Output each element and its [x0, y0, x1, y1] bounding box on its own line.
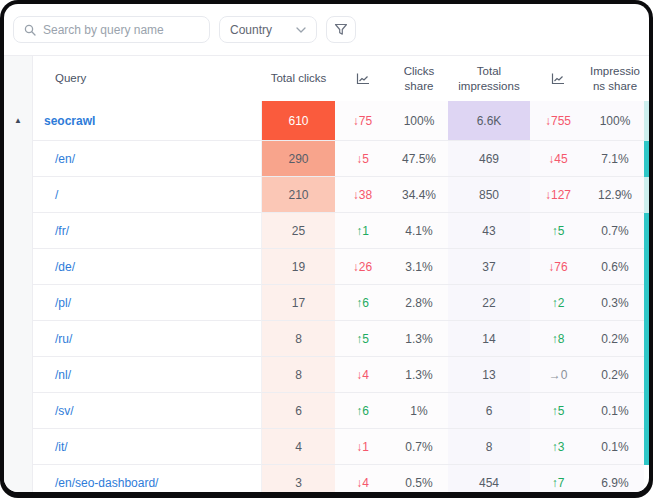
- filter-funnel-icon: [334, 23, 348, 36]
- clicks-share-cell: 4.1%: [390, 213, 448, 249]
- column-header-total-impressions[interactable]: Total impressions: [448, 56, 530, 101]
- impressions-share-cell: 0.3%: [586, 285, 644, 321]
- total-clicks-cell: 3: [262, 465, 335, 492]
- total-impressions-cell: 13: [448, 357, 530, 393]
- table-row[interactable]: / 210 ↓38 34.4% 850 ↓127 12.9%: [4, 177, 649, 213]
- app-card: Search by query name Country Query Total…: [4, 4, 649, 492]
- impressions-share-cell: 0.2%: [586, 321, 644, 357]
- expand-toggle[interactable]: [4, 249, 33, 285]
- table-header-row: Query Total clicks Clicks share Total im…: [4, 56, 649, 101]
- impressions-share-cell: 100%: [586, 101, 644, 141]
- table-row[interactable]: ▲ seocrawl 610 ↓75 100% 6.6K ↓755 100%: [4, 101, 649, 141]
- total-impressions-cell: 6.6K: [448, 101, 530, 141]
- column-header-clicks-trend[interactable]: [335, 56, 390, 101]
- table-row[interactable]: /it/ 4 ↓1 0.7% 8 ↑3 0.1%: [4, 429, 649, 465]
- table-row[interactable]: /en/seo-dashboard/ 3 ↓4 0.5% 454 ↑7 6.9%: [4, 465, 649, 492]
- search-input[interactable]: Search by query name: [13, 16, 210, 43]
- total-impressions-cell: 22: [448, 285, 530, 321]
- expand-toggle[interactable]: [4, 177, 33, 213]
- total-impressions-cell: 43: [448, 213, 530, 249]
- queries-table: Query Total clicks Clicks share Total im…: [4, 55, 649, 492]
- query-link[interactable]: /en/: [55, 152, 75, 166]
- collapse-caret-icon[interactable]: ▲: [14, 117, 22, 125]
- query-link[interactable]: /pl/: [55, 296, 71, 310]
- table-row[interactable]: /pl/ 17 ↑6 2.8% 22 ↑2 0.3%: [4, 285, 649, 321]
- clicks-share-cell: 1.3%: [390, 357, 448, 393]
- query-link[interactable]: seocrawl: [44, 114, 95, 128]
- total-clicks-cell: 290: [262, 141, 335, 177]
- expand-toggle[interactable]: [4, 393, 33, 429]
- header-expand-column: [4, 56, 33, 101]
- total-clicks-cell: 610: [262, 101, 335, 141]
- country-select[interactable]: Country: [219, 16, 317, 43]
- table-row[interactable]: /fr/ 25 ↑1 4.1% 43 ↑5 0.7%: [4, 213, 649, 249]
- column-header-impressions-trend[interactable]: [530, 56, 586, 101]
- impressions-trend-cell: ↓127: [530, 177, 586, 213]
- table-row[interactable]: /en/ 290 ↓5 47.5% 469 ↓45 7.1%: [4, 141, 649, 177]
- query-cell: /pl/: [33, 285, 262, 321]
- row-accent-bar: [644, 213, 649, 249]
- clicks-trend-cell: ↑5: [335, 321, 390, 357]
- expand-toggle[interactable]: [4, 285, 33, 321]
- impressions-trend-cell: ↑5: [530, 213, 586, 249]
- chevron-down-icon: [296, 27, 306, 33]
- table-body: ▲ seocrawl 610 ↓75 100% 6.6K ↓755 100% /…: [4, 101, 649, 492]
- filter-button[interactable]: [326, 16, 356, 43]
- row-accent-bar: [644, 465, 649, 492]
- clicks-trend-cell: ↓4: [335, 357, 390, 393]
- clicks-trend-cell: ↓38: [335, 177, 390, 213]
- impressions-trend-cell: ↓45: [530, 141, 586, 177]
- query-cell: /en/: [33, 141, 262, 177]
- expand-toggle[interactable]: [4, 213, 33, 249]
- query-link[interactable]: /: [55, 188, 58, 202]
- query-link[interactable]: /ru/: [55, 332, 72, 346]
- query-cell: seocrawl: [33, 101, 262, 141]
- search-placeholder: Search by query name: [43, 23, 164, 37]
- query-cell: /sv/: [33, 393, 262, 429]
- impressions-trend-cell: →0: [530, 357, 586, 393]
- expand-toggle[interactable]: [4, 357, 33, 393]
- impressions-share-cell: 0.6%: [586, 249, 644, 285]
- table-row[interactable]: /de/ 19 ↓26 3.1% 37 ↓76 0.6%: [4, 249, 649, 285]
- row-accent-bar: [644, 249, 649, 285]
- search-icon: [24, 24, 36, 36]
- expand-toggle[interactable]: [4, 321, 33, 357]
- query-cell: /nl/: [33, 357, 262, 393]
- clicks-share-cell: 47.5%: [390, 141, 448, 177]
- query-cell: /fr/: [33, 213, 262, 249]
- query-link[interactable]: /nl/: [55, 368, 71, 382]
- expand-toggle[interactable]: [4, 465, 33, 492]
- clicks-share-cell: 2.8%: [390, 285, 448, 321]
- query-link[interactable]: /de/: [55, 260, 75, 274]
- impressions-trend-cell: ↓755: [530, 101, 586, 141]
- row-accent-bar: [644, 177, 649, 213]
- table-row[interactable]: /nl/ 8 ↓4 1.3% 13 →0 0.2%: [4, 357, 649, 393]
- clicks-share-cell: 0.5%: [390, 465, 448, 492]
- impressions-trend-cell: ↓76: [530, 249, 586, 285]
- query-link[interactable]: /sv/: [55, 404, 74, 418]
- row-accent-bar: [644, 357, 649, 393]
- clicks-share-cell: 3.1%: [390, 249, 448, 285]
- total-clicks-cell: 6: [262, 393, 335, 429]
- total-clicks-cell: 19: [262, 249, 335, 285]
- query-cell: /ru/: [33, 321, 262, 357]
- column-header-total-clicks[interactable]: Total clicks: [262, 56, 335, 101]
- total-impressions-cell: 850: [448, 177, 530, 213]
- query-cell: /en/seo-dashboard/: [33, 465, 262, 492]
- impressions-share-cell: 0.1%: [586, 429, 644, 465]
- table-row[interactable]: /sv/ 6 ↑6 1% 6 ↑5 0.1%: [4, 393, 649, 429]
- total-clicks-cell: 17: [262, 285, 335, 321]
- query-link[interactable]: /fr/: [55, 224, 69, 238]
- total-impressions-cell: 37: [448, 249, 530, 285]
- impressions-trend-cell: ↑3: [530, 429, 586, 465]
- country-select-label: Country: [230, 23, 272, 37]
- expand-toggle[interactable]: ▲: [4, 101, 33, 141]
- table-row[interactable]: /ru/ 8 ↑5 1.3% 14 ↑8 0.2%: [4, 321, 649, 357]
- expand-toggle[interactable]: [4, 141, 33, 177]
- column-header-query[interactable]: Query: [33, 56, 262, 101]
- expand-toggle[interactable]: [4, 429, 33, 465]
- column-header-impressions-share[interactable]: Impressions share: [586, 56, 644, 101]
- column-header-clicks-share[interactable]: Clicks share: [390, 56, 448, 101]
- query-link[interactable]: /it/: [55, 440, 68, 454]
- query-link[interactable]: /en/seo-dashboard/: [55, 476, 158, 490]
